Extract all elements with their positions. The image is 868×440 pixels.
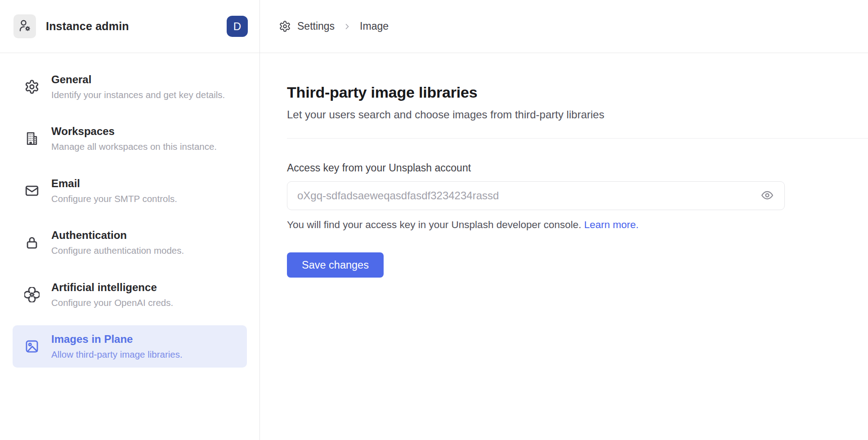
sidebar-item-label: Email [51, 176, 177, 192]
sidebar-item-email[interactable]: Email Configure your SMTP controls. [13, 170, 247, 211]
building-icon [24, 131, 40, 146]
unsplash-form: Access key from your Unsplash account Yo… [287, 162, 785, 278]
page-title: Third-party image libraries [287, 84, 868, 101]
section-divider [287, 138, 868, 139]
settings-gear-icon [279, 20, 291, 32]
breadcrumb-image: Image [360, 20, 389, 32]
sidebar-item-label: Workspaces [51, 124, 217, 139]
sidebar-nav: General Identify your instances and get … [0, 53, 260, 377]
page-subtitle: Let your users search and choose images … [287, 108, 868, 121]
sidebar-item-description: Identify your instances and get key deta… [51, 89, 225, 102]
eye-icon [761, 189, 774, 203]
instance-admin-logo [13, 14, 36, 38]
sidebar-item-label: Authentication [51, 228, 184, 243]
ai-icon [24, 287, 40, 302]
main-header: Settings Image [260, 0, 868, 53]
settings-panel: Third-party image libraries Let your use… [260, 53, 868, 278]
access-key-input-wrap [287, 181, 785, 210]
sidebar-item-general[interactable]: General Identify your instances and get … [13, 66, 247, 108]
sidebar-header: Instance admin D [0, 0, 260, 53]
sidebar-item-workspaces[interactable]: Workspaces Manage all workspaces on this… [13, 117, 247, 159]
sidebar-item-description: Configure your OpenAI creds. [51, 296, 173, 310]
sidebar-item-images-in-plane[interactable]: Images in Plane Allow third-party image … [13, 325, 247, 367]
image-icon [24, 339, 40, 354]
toggle-visibility-button[interactable] [760, 188, 775, 203]
mail-icon [24, 183, 40, 198]
chevron-right-icon [343, 22, 352, 31]
sidebar-item-label: General [51, 72, 225, 88]
sidebar-item-artificial-intelligence[interactable]: Artificial intelligence Configure your O… [13, 274, 247, 315]
app-title: Instance admin [46, 20, 129, 33]
help-text: You will find your access key in your Un… [287, 219, 582, 230]
sidebar-item-label: Artificial intelligence [51, 280, 173, 296]
sidebar: Instance admin D General Identify your i… [0, 0, 260, 440]
sidebar-item-description: Manage all workspaces on this instance. [51, 140, 217, 153]
access-key-label: Access key from your Unsplash account [287, 162, 785, 174]
learn-more-link[interactable]: Learn more. [584, 219, 639, 230]
sidebar-item-description: Configure authentication modes. [51, 244, 184, 257]
breadcrumb-settings[interactable]: Settings [297, 20, 335, 32]
breadcrumb: Settings Image [279, 20, 389, 32]
sidebar-item-label: Images in Plane [51, 332, 183, 347]
sidebar-item-authentication[interactable]: Authentication Configure authentication … [13, 221, 247, 263]
main-content: Settings Image Third-party image librari… [260, 0, 868, 440]
access-key-input[interactable] [287, 181, 785, 210]
gear-icon [24, 79, 40, 94]
sidebar-item-description: Allow third-party image libraries. [51, 348, 183, 361]
help-text-row: You will find your access key in your Un… [287, 219, 785, 231]
user-avatar[interactable]: D [227, 16, 248, 37]
save-changes-button[interactable]: Save changes [287, 252, 384, 278]
sidebar-item-description: Configure your SMTP controls. [51, 193, 177, 206]
user-cog-icon [18, 19, 31, 34]
lock-icon [24, 235, 40, 250]
